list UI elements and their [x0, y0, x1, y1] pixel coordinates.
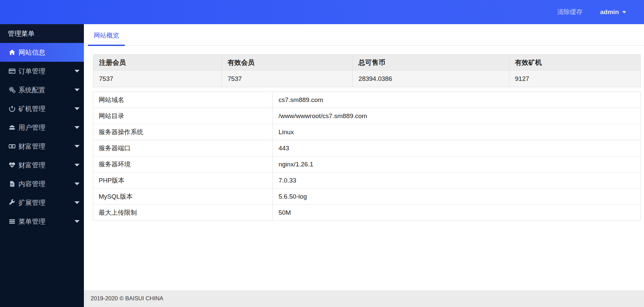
sidebar-item-content-management[interactable]: 内容管理: [0, 174, 84, 193]
sidebar-item-label: 财富管理: [18, 161, 45, 170]
stats-value-row: 7537 7537 28394.0386 9127: [93, 70, 641, 87]
stats-value-valid-members: 7537: [222, 70, 353, 87]
stats-col-registered-members: 注册会员: [93, 55, 222, 70]
info-value: 7.0.33: [273, 172, 640, 189]
sidebar-item-label: 菜单管理: [18, 217, 45, 226]
money-icon: [9, 143, 15, 150]
caret-down-icon: [75, 164, 80, 167]
info-value: 50M: [273, 205, 640, 221]
table-row: 服务器操作系统 Linux: [93, 124, 641, 140]
file-text-icon: [9, 181, 15, 187]
footer: 2019-2020 © BAISUI CHINA: [84, 290, 644, 307]
info-value: nginx/1.26.1: [273, 156, 640, 172]
table-row: 网站目录 /www/wwwroot/cs7.sm889.com: [93, 108, 641, 124]
main-content: 网站概览 注册会员 有效会员 总可售币 有效矿机 7537 7537 28394…: [84, 24, 644, 307]
sidebar-item-site-info[interactable]: 网站信息: [0, 43, 84, 62]
caret-down-icon: [75, 220, 80, 223]
stats-col-valid-members: 有效会员: [222, 55, 353, 70]
user-menu[interactable]: admin: [600, 8, 627, 16]
caret-down-icon: [75, 183, 80, 186]
sidebar-item-label: 订单管理: [18, 67, 45, 76]
sidebar-item-label: 扩展管理: [18, 198, 45, 207]
tab-bar: 网站概览: [84, 24, 644, 46]
stats-table: 注册会员 有效会员 总可售币 有效矿机 7537 7537 28394.0386…: [93, 54, 641, 87]
info-label: PHP版本: [93, 172, 273, 189]
info-value: 443: [273, 140, 640, 156]
sidebar-item-label: 财富管理: [18, 142, 45, 151]
sidebar-item-label: 矿机管理: [18, 104, 45, 113]
info-value: cs7.sm889.com: [273, 92, 640, 108]
caret-down-icon: [75, 70, 80, 73]
bars-icon: [9, 218, 15, 225]
top-navbar: 清除缓存 admin: [0, 0, 644, 24]
sidebar-item-user-management[interactable]: 用户管理: [0, 118, 84, 137]
info-value: 5.6.50-log: [273, 189, 640, 205]
sidebar-item-wealth-management[interactable]: 财富管理: [0, 137, 84, 156]
home-icon: [9, 49, 15, 56]
stats-col-total-sellable-coins: 总可售币: [353, 55, 509, 70]
sidebar-item-wealth-management-2[interactable]: 财富管理: [0, 156, 84, 174]
copyright-text: 2019-2020 © BAISUI CHINA: [91, 295, 163, 302]
info-label: 服务器操作系统: [93, 124, 273, 140]
wrench-icon: [9, 199, 15, 206]
sidebar-item-system-config[interactable]: 系统配置: [0, 81, 84, 99]
credit-card-icon: [9, 68, 15, 74]
sidebar-item-menu-management[interactable]: 菜单管理: [0, 212, 84, 231]
stats-col-valid-miners: 有效矿机: [509, 55, 640, 70]
stats-value-registered-members: 7537: [93, 70, 222, 87]
caret-down-icon: [75, 89, 80, 92]
gears-icon: [9, 87, 15, 93]
chevron-down-icon: [622, 10, 627, 14]
sidebar-item-label: 用户管理: [18, 123, 45, 132]
info-value: /www/wwwroot/cs7.sm889.com: [273, 108, 640, 124]
info-value: Linux: [273, 124, 640, 140]
table-row: 服务器端口 443: [93, 140, 641, 156]
caret-down-icon: [75, 107, 80, 110]
info-label: 服务器环境: [93, 156, 273, 172]
heartbeat-icon: [9, 162, 15, 168]
info-label: 服务器端口: [93, 140, 273, 156]
stats-value-valid-miners: 9127: [509, 70, 640, 87]
users-icon: [9, 124, 15, 131]
miner-icon: [9, 105, 15, 112]
table-row: 网站域名 cs7.sm889.com: [93, 92, 641, 108]
admin-dashboard: 清除缓存 admin 管理菜单 网站信息 订单管理: [0, 0, 644, 307]
info-label: 网站目录: [93, 108, 273, 124]
caret-down-icon: [75, 145, 80, 148]
sidebar-header: 管理菜单: [0, 24, 84, 43]
info-label: 最大上传限制: [93, 205, 273, 221]
sidebar-item-extension-management[interactable]: 扩展管理: [0, 193, 84, 212]
table-row: PHP版本 7.0.33: [93, 172, 641, 189]
sidebar-item-label: 内容管理: [18, 180, 45, 189]
username-label: admin: [600, 8, 619, 16]
clear-cache-link[interactable]: 清除缓存: [557, 8, 583, 16]
sidebar-item-miner-management[interactable]: 矿机管理: [0, 99, 84, 118]
stats-value-total-sellable-coins: 28394.0386: [353, 70, 509, 87]
table-row: 服务器环境 nginx/1.26.1: [93, 156, 641, 172]
sidebar-item-label: 系统配置: [18, 86, 45, 95]
sidebar-item-orders[interactable]: 订单管理: [0, 62, 84, 81]
table-row: 最大上传限制 50M: [93, 205, 641, 221]
caret-down-icon: [75, 201, 80, 204]
tab-site-overview[interactable]: 网站概览: [88, 31, 125, 46]
stats-header-row: 注册会员 有效会员 总可售币 有效矿机: [93, 55, 641, 70]
sidebar: 管理菜单 网站信息 订单管理: [0, 24, 84, 307]
site-info-table: 网站域名 cs7.sm889.com 网站目录 /www/wwwroot/cs7…: [93, 92, 641, 221]
caret-down-icon: [75, 126, 80, 129]
sidebar-item-label: 网站信息: [18, 48, 45, 57]
info-label: MySQL版本: [93, 189, 273, 205]
info-label: 网站域名: [93, 92, 273, 108]
table-row: MySQL版本 5.6.50-log: [93, 189, 641, 205]
